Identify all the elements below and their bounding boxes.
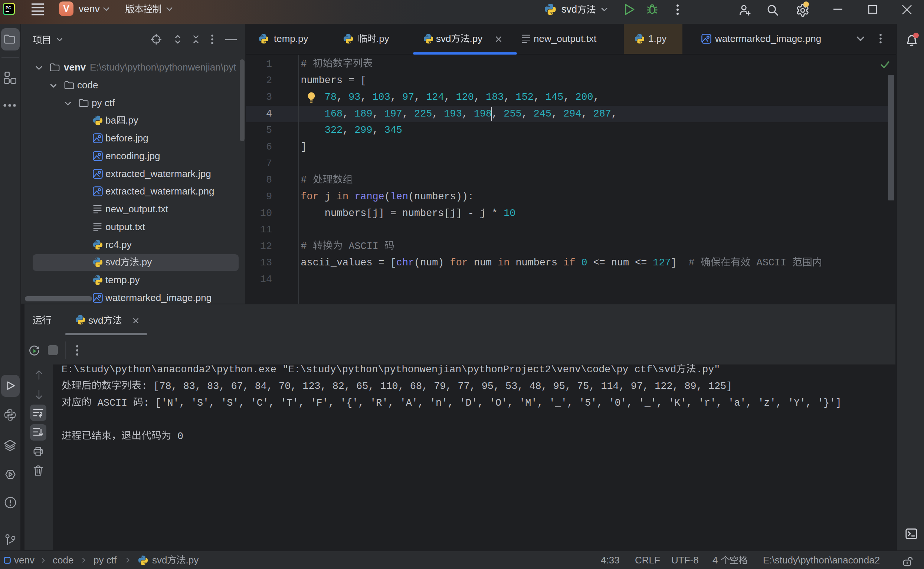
svg-text:PC: PC [6, 6, 11, 10]
